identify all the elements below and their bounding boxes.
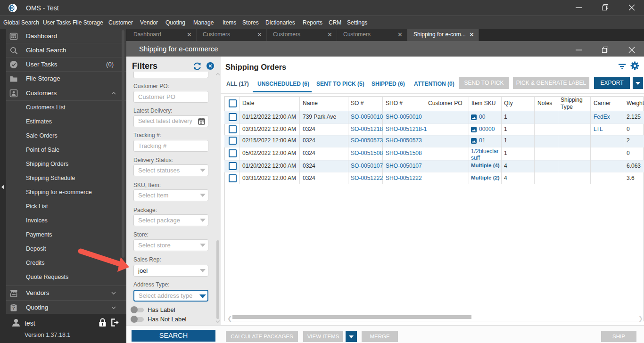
svg-text:?: ? xyxy=(12,305,15,310)
